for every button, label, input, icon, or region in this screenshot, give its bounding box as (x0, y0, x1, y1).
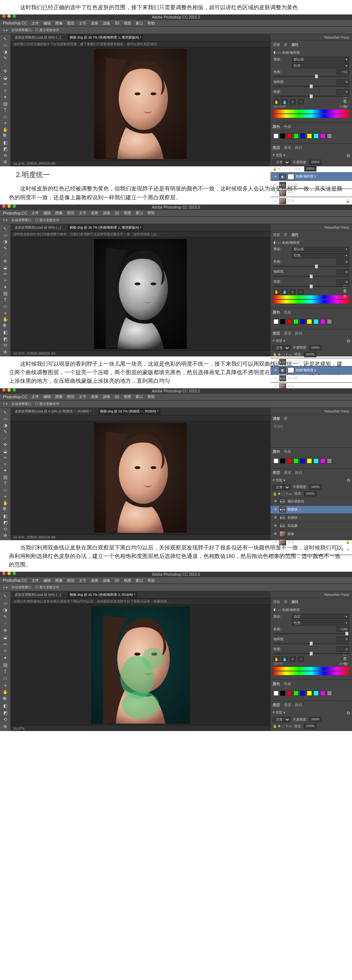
eyedropper-icon[interactable]: 💧 (282, 290, 288, 294)
toolbox[interactable]: ↖▭◑✎⟋✜◒✂✧✦▤T⬭⌖✋🔍◧◩⟲⊕ (0, 591, 10, 731)
channel-select[interactable]: 红色 (292, 63, 349, 68)
menu-item[interactable]: 滤镜 (103, 578, 110, 583)
username[interactable]: Retoucher-Tracy (271, 34, 352, 41)
hue-strip-input[interactable] (274, 295, 349, 299)
filter-toggle[interactable]: ⏻ (346, 711, 350, 715)
menu-bar[interactable]: Photoshop CC文件编辑图像图层文字选择滤镜3D视图窗口帮助 (0, 20, 352, 27)
swatch[interactable] (274, 458, 279, 463)
swatch[interactable] (320, 690, 325, 696)
visibility-toggle[interactable]: 👁 (273, 507, 278, 512)
swatch[interactable] (280, 134, 285, 138)
tool-button[interactable]: ✋ (1, 500, 9, 506)
tool-button[interactable]: T (1, 297, 9, 303)
tool-button[interactable]: ✜ (1, 627, 9, 634)
colorize-checkbox[interactable]: ☐ 着色 (343, 99, 349, 105)
tool-button[interactable]: ⬭ (1, 487, 9, 493)
layer-name[interactable]: 高低频 (288, 182, 298, 187)
menu-item[interactable]: 窗口 (135, 210, 143, 216)
menu-item[interactable]: Photoshop CC (3, 21, 27, 25)
layer-name[interactable]: 背景 (288, 540, 294, 545)
visibility-toggle[interactable]: 👁 (273, 515, 278, 520)
layer-name[interactable]: 明度统一 (288, 507, 301, 512)
panel-tab[interactable]: 色板 (284, 681, 291, 687)
tool-button[interactable]: ✜ (1, 258, 9, 264)
sat-slider[interactable] (274, 276, 349, 277)
tool-button[interactable]: ✦ (1, 468, 9, 474)
username[interactable]: Retoucher-Tracy (271, 408, 352, 415)
menu-item[interactable]: 图层 (67, 210, 75, 216)
maximize-icon[interactable] (13, 14, 16, 18)
lock-icons[interactable]: 🔒 ✚ ⬚ T ▭ (273, 724, 292, 728)
menu-item[interactable]: 3D (115, 211, 119, 215)
tool-button[interactable]: ✜ (1, 442, 9, 448)
panel-tab[interactable]: 色板 (284, 124, 291, 129)
hue-slider[interactable] (274, 633, 349, 634)
layer-panel-footer[interactable]: fx◐▭◉▣🗑 (271, 546, 352, 552)
eyedropper-icon[interactable]: 💧 (282, 657, 288, 662)
opacity-value[interactable]: 100% (309, 485, 322, 490)
swatch[interactable] (307, 690, 312, 696)
minimize-icon[interactable] (7, 205, 11, 208)
menu-item[interactable]: 选择 (91, 394, 98, 399)
swatch[interactable] (274, 690, 279, 696)
panel-tab[interactable]: 库 (284, 232, 288, 237)
tool-button[interactable]: T (1, 107, 9, 113)
layer-name[interactable]: 黑白观察组 (288, 499, 304, 504)
panel-tab[interactable]: 路径 (295, 331, 303, 336)
eyedropper-minus-icon[interactable]: － (298, 290, 304, 294)
swatch[interactable] (280, 458, 285, 463)
visibility-toggle[interactable]: 👁 (273, 368, 278, 373)
fill-value[interactable]: 100% (304, 352, 317, 357)
menu-item[interactable]: 图层 (67, 21, 75, 26)
blend-mode-select[interactable]: 正常 (273, 160, 290, 165)
options-checkbox[interactable]: ☐ 显示变换控件 (35, 28, 59, 33)
tool-button[interactable]: ✂ (1, 641, 9, 648)
tool-button[interactable]: ✋ (1, 689, 9, 695)
layer-name[interactable]: 色相/饱和度 1 (296, 174, 316, 179)
lock-icons[interactable]: 🔒 ✚ ⬚ T ▭ (273, 492, 292, 496)
menu-item[interactable]: 窗口 (135, 394, 143, 399)
fill-value[interactable]: 100% (304, 724, 317, 729)
menu-item[interactable]: 3D (115, 395, 119, 399)
menu-item[interactable]: 图层 (67, 578, 75, 583)
tool-button[interactable]: ⬭ (1, 113, 9, 120)
light-slider[interactable] (274, 653, 349, 654)
menu-item[interactable]: 帮助 (148, 21, 155, 26)
tool-button[interactable]: ⟲ (1, 526, 9, 533)
panel-tab[interactable]: 通道 (284, 145, 291, 150)
visibility-toggle[interactable]: 👁 (273, 539, 278, 545)
swatch[interactable] (320, 319, 325, 324)
sat-value[interactable]: 0 (336, 79, 349, 84)
tool-button[interactable]: ◧ (1, 329, 9, 336)
preset-select[interactable]: 默认值 (292, 57, 349, 62)
sat-value[interactable]: 0 (336, 636, 349, 642)
eyedropper-minus-icon[interactable]: － (298, 657, 304, 662)
tool-button[interactable]: ◩ (1, 146, 9, 152)
tool-button[interactable]: ↖ (1, 226, 9, 232)
opacity-value[interactable]: 100% (309, 160, 322, 165)
panel-tab[interactable]: 调整 (273, 416, 280, 421)
tool-button[interactable]: ◩ (1, 336, 9, 342)
hand-icon[interactable]: ✋ (274, 290, 279, 294)
menu-item[interactable]: 选择 (91, 210, 98, 216)
hue-strip-output[interactable] (274, 114, 349, 118)
hand-icon[interactable]: ✋ (274, 99, 279, 105)
eyedropper-plus-icon[interactable]: ＋ (290, 657, 296, 662)
swatch[interactable] (307, 134, 312, 138)
layer-list[interactable]: 👁 ▸▭ 黑白观察组 👁 ◐ 色相/饱和度 2 👁 ▸▭ 明度统一 👁 (271, 730, 352, 731)
swatch[interactable] (274, 319, 279, 324)
tool-button[interactable]: ◑ (1, 239, 9, 245)
menu-item[interactable]: 视图 (124, 394, 131, 399)
tool-button[interactable]: ✎ (1, 245, 9, 251)
tool-button[interactable]: ✎ (1, 55, 9, 62)
options-bar[interactable]: ↖▾ 自动调整窗口 ☐ 显示变换控件 (0, 27, 352, 34)
layer-footer-button[interactable]: ◐ (324, 547, 327, 551)
layer-row[interactable]: 👁 ▸▭ 黑白观察组 (271, 730, 352, 731)
preset-select[interactable]: 自定 (292, 614, 349, 619)
layer-footer-button[interactable]: 🗑 (346, 547, 350, 551)
panel-tab[interactable]: 调整 (273, 42, 280, 48)
swatch[interactable] (287, 134, 292, 138)
menu-item[interactable]: 编辑 (43, 21, 51, 26)
filter-toggle[interactable]: ⏻ (346, 339, 350, 343)
swatch[interactable] (327, 319, 332, 324)
